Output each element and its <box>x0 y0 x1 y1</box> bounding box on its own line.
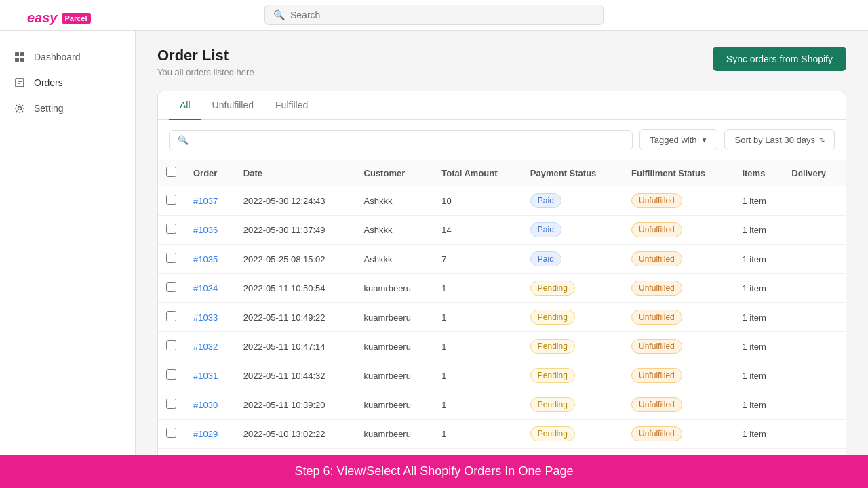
row-checkbox[interactable] <box>166 369 176 380</box>
fulfillment-status-badge: Unfulfilled <box>631 222 682 237</box>
fulfillment-status-badge: Unfulfilled <box>631 281 682 296</box>
tagged-with-button[interactable]: Tagged with ▼ <box>639 129 717 150</box>
top-search-input[interactable] <box>290 9 595 20</box>
order-delivery <box>783 332 846 361</box>
order-total: 1 <box>433 420 522 449</box>
order-date: 2022-05-25 08:15:02 <box>235 245 356 274</box>
payment-status-badge: Paid <box>530 251 561 266</box>
col-date: Date <box>235 160 356 186</box>
order-link[interactable]: #1036 <box>193 225 218 235</box>
order-customer: Ashkkk <box>356 245 434 274</box>
sort-by-label: Sort by Last 30 days <box>734 135 815 145</box>
order-items: 1 item <box>734 420 783 449</box>
table-row: #1032 2022-05-11 10:47:14 kuamrbeeru 1 P… <box>158 332 846 361</box>
order-link[interactable]: #1032 <box>193 342 218 352</box>
order-date: 2022-05-10 13:02:22 <box>235 420 356 449</box>
col-payment: Payment Status <box>522 160 623 186</box>
payment-status-badge: Paid <box>530 193 561 208</box>
order-date: 2022-05-11 10:39:20 <box>235 390 356 420</box>
order-customer: kuamrbeeru <box>356 420 434 449</box>
table-row: #1036 2022-05-30 11:37:49 Ashkkk 14 Paid… <box>158 216 846 245</box>
order-link[interactable]: #1031 <box>193 371 218 381</box>
order-total: 1 <box>433 303 522 332</box>
sort-by-button[interactable]: Sort by Last 30 days ⇅ <box>724 129 835 150</box>
order-customer: kuamrbeeru <box>356 449 434 455</box>
order-customer: Ashkkk <box>356 216 434 245</box>
select-all-checkbox[interactable] <box>166 167 176 177</box>
top-search-bar[interactable]: 🔍 <box>264 5 604 25</box>
sidebar-item-setting[interactable]: Setting <box>0 96 135 121</box>
row-checkbox[interactable] <box>166 428 176 438</box>
tab-fulfilled[interactable]: Fulfilled <box>264 92 319 120</box>
order-delivery <box>783 186 846 216</box>
main-content: Order List You all orders listed here Sy… <box>136 30 868 455</box>
order-date: 2022-05-11 10:49:22 <box>235 303 356 332</box>
order-total: 14 <box>433 216 522 245</box>
page-subtitle: You all orders listed here <box>157 67 254 77</box>
table-row: #1035 2022-05-25 08:15:02 Ashkkk 7 Paid … <box>158 245 846 274</box>
search-icon: 🔍 <box>273 9 285 20</box>
payment-status-badge: Pending <box>530 281 575 296</box>
sidebar-item-label: Dashboard <box>34 52 81 62</box>
fulfillment-status-badge: Unfulfilled <box>631 397 682 412</box>
row-checkbox[interactable] <box>166 195 176 205</box>
order-delivery <box>783 390 846 420</box>
order-items: 1 item <box>734 361 783 390</box>
order-total: 10 <box>433 186 522 216</box>
order-link[interactable]: #1034 <box>193 283 218 293</box>
filters-row: 🔍 Tagged with ▼ Sort by Last 30 days ⇅ <box>158 120 846 160</box>
order-customer: Ashkkk <box>356 186 434 216</box>
order-link[interactable]: #1033 <box>193 312 218 323</box>
payment-status-badge: Pending <box>530 397 575 412</box>
order-total: 1 <box>433 332 522 361</box>
sidebar-item-dashboard[interactable]: Dashboard <box>0 44 135 70</box>
fulfillment-status-badge: Unfulfilled <box>631 339 682 354</box>
order-delivery <box>783 303 846 332</box>
row-checkbox[interactable] <box>166 224 176 234</box>
svg-rect-0 <box>15 52 19 56</box>
order-items: 1 item <box>734 245 783 274</box>
row-checkbox[interactable] <box>166 253 176 263</box>
order-delivery <box>783 449 846 455</box>
logo-text: easy <box>27 10 58 26</box>
order-delivery <box>783 274 846 303</box>
payment-status-badge: Pending <box>530 426 575 441</box>
sort-icon: ⇅ <box>819 136 825 144</box>
filter-search-box[interactable]: 🔍 <box>169 130 633 150</box>
order-items: 1 item <box>734 216 783 245</box>
filter-search-input[interactable] <box>194 135 624 146</box>
col-order: Order <box>185 160 235 186</box>
svg-rect-1 <box>20 52 24 56</box>
order-link[interactable]: #1035 <box>193 254 218 264</box>
search-icon: 🔍 <box>178 135 189 145</box>
logo-box: Parcel <box>62 13 91 24</box>
page-header: Order List You all orders listed here Sy… <box>157 47 846 77</box>
order-customer: kuamrbeeru <box>356 332 434 361</box>
fulfillment-status-badge: Unfulfilled <box>631 310 682 325</box>
order-date: 2022-05-30 12:24:43 <box>235 186 356 216</box>
payment-status-badge: Pending <box>530 368 575 383</box>
order-delivery <box>783 420 846 449</box>
row-checkbox[interactable] <box>166 311 176 321</box>
svg-rect-2 <box>15 58 19 62</box>
row-checkbox[interactable] <box>166 399 176 409</box>
order-items: 1 item <box>734 186 783 216</box>
sidebar-item-label: Orders <box>34 77 63 88</box>
banner-text: Step 6: View/Select All Shopify Orders I… <box>295 464 574 478</box>
payment-status-badge: Pending <box>530 310 575 325</box>
order-items: 1 item <box>734 332 783 361</box>
order-date: 2022-05-11 10:50:54 <box>235 274 356 303</box>
dropdown-icon: ▼ <box>701 136 708 144</box>
tab-all[interactable]: All <box>169 92 201 120</box>
sidebar-item-label: Setting <box>34 103 64 114</box>
order-link[interactable]: #1029 <box>193 429 218 439</box>
row-checkbox[interactable] <box>166 340 176 350</box>
table-row: #1033 2022-05-11 10:49:22 kuamrbeeru 1 P… <box>158 303 846 332</box>
row-checkbox[interactable] <box>166 282 176 292</box>
order-link[interactable]: #1037 <box>193 196 218 206</box>
sidebar-item-orders[interactable]: Orders <box>0 70 135 96</box>
orders-card: All Unfulfilled Fulfilled 🔍 Tagged with … <box>157 91 846 455</box>
order-link[interactable]: #1030 <box>193 400 218 410</box>
sync-button[interactable]: Sync orders from Shopify <box>713 47 846 71</box>
tab-unfulfilled[interactable]: Unfulfilled <box>201 92 264 120</box>
